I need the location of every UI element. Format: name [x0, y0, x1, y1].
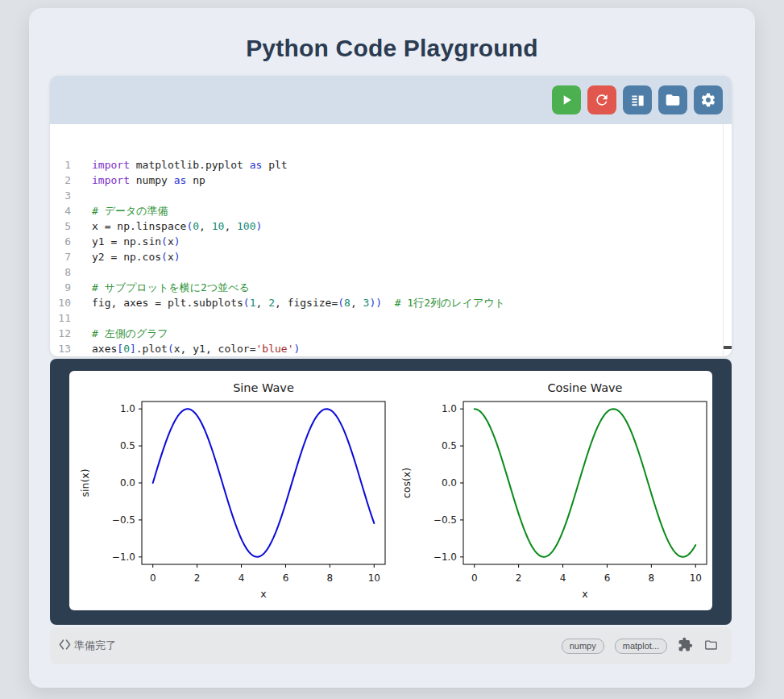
folder-icon [665, 92, 681, 108]
svg-text:4: 4 [239, 572, 245, 584]
code-line: 12# 左側のグラフ [50, 326, 732, 341]
code-line: 8 [50, 264, 732, 280]
play-icon [558, 92, 575, 108]
code-line: 10fig, axes = plt.subplots(1, 2, figsize… [50, 295, 732, 310]
svg-text:10: 10 [368, 572, 380, 584]
scrollbar-thumb[interactable] [724, 346, 732, 349]
svg-text:1.0: 1.0 [120, 403, 135, 414]
svg-text:0.0: 0.0 [120, 477, 135, 489]
svg-text:−1.0: −1.0 [433, 551, 457, 563]
cosine-plot: 0246810−1.0−0.50.00.51.0Cosine Wavexcos(… [391, 371, 712, 610]
sine-plot: 0246810−1.0−0.50.00.51.0Sine Wavexsin(x) [69, 371, 391, 610]
code-line: 1import matplotlib.pyplot as plt [50, 157, 732, 173]
gear-icon [700, 92, 716, 108]
svg-text:8: 8 [327, 572, 334, 584]
editor-panel: 1import matplotlib.pyplot as plt2import … [50, 76, 732, 356]
svg-text:2: 2 [516, 572, 522, 584]
svg-text:−0.5: −0.5 [112, 514, 135, 526]
app-container: Python Code Playground [29, 8, 755, 688]
code-line: 11 [50, 310, 732, 326]
files-button[interactable] [658, 85, 687, 114]
status-left: 準備完了 [58, 638, 116, 654]
svg-text:8: 8 [649, 572, 655, 584]
plot-figure: 0246810−1.0−0.50.00.51.0Sine Wavexsin(x)… [69, 371, 712, 610]
status-bar: 準備完了 numpy matplot... [50, 627, 732, 664]
svg-text:4: 4 [560, 572, 566, 584]
code-icon [58, 638, 72, 654]
svg-text:0: 0 [150, 572, 156, 584]
svg-text:Sine Wave: Sine Wave [233, 381, 294, 394]
page-title: Python Code Playground [29, 8, 755, 63]
refresh-icon [594, 92, 610, 108]
svg-text:6: 6 [283, 572, 289, 584]
extensions-puzzle-icon[interactable] [678, 637, 693, 655]
list-panel-icon [630, 93, 645, 108]
reset-button[interactable] [587, 85, 616, 114]
output-panel: 0246810−1.0−0.50.00.51.0Sine Wavexsin(x)… [50, 359, 732, 625]
code-line: 4# データの準備 [50, 203, 732, 218]
code-line: 2import numpy as np [50, 173, 732, 188]
status-text: 準備完了 [74, 639, 116, 653]
svg-text:0.0: 0.0 [442, 477, 457, 489]
badge-matplotlib: matplot... [615, 639, 667, 654]
svg-text:2: 2 [194, 572, 201, 584]
svg-text:6: 6 [604, 572, 611, 584]
code-line: 6y1 = np.sin(x) [50, 234, 732, 249]
folder-outline-icon[interactable] [703, 637, 719, 655]
settings-button[interactable] [694, 85, 723, 114]
svg-text:x: x [260, 588, 266, 600]
svg-text:1.0: 1.0 [442, 403, 457, 414]
svg-text:cos(x): cos(x) [400, 468, 413, 498]
svg-text:Cosine Wave: Cosine Wave [547, 381, 622, 394]
code-line: 9# サブプロットを横に2つ並べる [50, 280, 732, 295]
svg-text:−1.0: −1.0 [112, 551, 135, 563]
svg-text:−0.5: −0.5 [433, 514, 457, 526]
badge-numpy: numpy [562, 639, 604, 654]
code-editor[interactable]: 1import matplotlib.pyplot as plt2import … [50, 124, 732, 356]
examples-button[interactable] [623, 85, 652, 114]
svg-text:sin(x): sin(x) [79, 468, 91, 497]
code-lines: 1import matplotlib.pyplot as plt2import … [50, 157, 732, 356]
run-button[interactable] [552, 85, 581, 114]
status-right: numpy matplot... [562, 637, 719, 655]
code-line: 7y2 = np.cos(x) [50, 249, 732, 264]
svg-text:x: x [582, 588, 587, 600]
code-line: 5x = np.linspace(0, 10, 100) [50, 218, 732, 234]
svg-text:0.5: 0.5 [442, 440, 457, 451]
svg-text:10: 10 [690, 572, 702, 584]
svg-text:0.5: 0.5 [120, 440, 135, 451]
code-line: 13axes[0].plot(x, y1, color='blue') [50, 341, 732, 356]
svg-text:0: 0 [471, 572, 478, 584]
code-line: 3 [50, 188, 732, 203]
editor-toolbar [50, 76, 732, 124]
editor-scrollbar[interactable] [723, 124, 732, 356]
